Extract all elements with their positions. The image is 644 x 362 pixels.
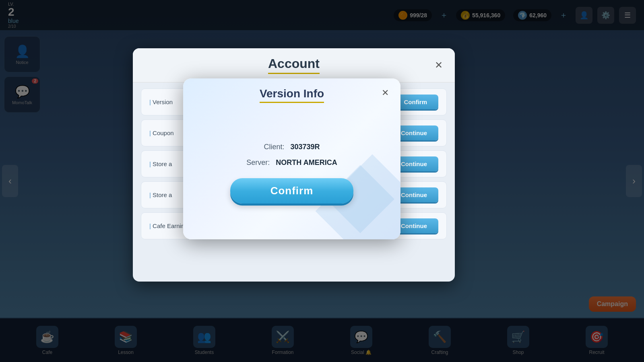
coupon-row-label: Coupon <box>149 130 174 136</box>
client-value: 303739R <box>290 143 320 151</box>
version-modal-title: Version Info <box>260 87 324 103</box>
version-row-label: Version <box>149 99 173 105</box>
version-close-icon: ✕ <box>382 88 389 98</box>
store2-row-label: Store a <box>149 191 172 198</box>
account-modal-title: Account <box>268 56 320 74</box>
store1-row-label: Store a <box>149 160 172 167</box>
account-close-button[interactable]: ✕ <box>431 57 447 73</box>
version-modal-content: Version Info ✕ Client: 303739R Server: N… <box>183 78 400 239</box>
client-label: Client: <box>264 143 284 151</box>
version-modal-body: Client: 303739R Server: NORTH AMERICA Co… <box>183 107 400 239</box>
server-label: Server: <box>246 158 270 167</box>
version-info-modal: Version Info ✕ Client: 303739R Server: N… <box>183 78 400 239</box>
server-info-row: Server: NORTH AMERICA <box>246 158 337 167</box>
server-value: NORTH AMERICA <box>276 158 337 167</box>
version-confirm-button[interactable]: Confirm <box>230 178 354 204</box>
version-modal-header: Version Info ✕ <box>183 78 400 107</box>
version-close-button[interactable]: ✕ <box>378 86 392 100</box>
account-modal-header: Account ✕ <box>133 48 455 82</box>
account-close-icon: ✕ <box>435 60 443 71</box>
client-info-row: Client: 303739R <box>264 143 320 151</box>
